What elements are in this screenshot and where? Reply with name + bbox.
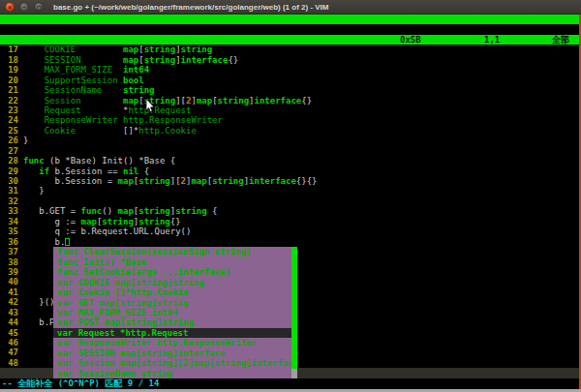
code-token xyxy=(23,45,45,54)
code-line[interactable]: 28func (b *Base) Init() *Base { xyxy=(0,156,579,166)
buffer-list: [1:base.go]*[2:page.go] xyxy=(0,24,579,34)
line-number: 29 xyxy=(0,166,18,176)
line-number: 46 xyxy=(0,338,18,347)
code-line[interactable]: 23 Request *http.Request xyxy=(0,106,579,115)
line-number: 33 xyxy=(0,206,18,216)
code-token xyxy=(81,96,123,106)
line-number: 34 xyxy=(0,217,18,226)
code-token: SupportSession xyxy=(45,75,118,85)
completion-item[interactable]: var COOKIE map[string]string xyxy=(53,278,297,287)
line-number: 43 xyxy=(0,308,18,317)
code-line[interactable]: 33 b.GET = func() map[string]string { xyxy=(0,206,579,216)
popup-scrollbar[interactable] xyxy=(291,247,297,378)
window-titlebar: ✕ – ▢ base.go + (~/work/web/golanger/fra… xyxy=(0,0,581,15)
code-token: http.ResponseWriter xyxy=(123,115,223,125)
line-number: 20 xyxy=(0,75,18,85)
code-token: map xyxy=(123,96,138,106)
code-line[interactable]: 19 MAX_FORM_SIZE int64 xyxy=(0,65,579,75)
code-token: {} xyxy=(170,217,181,226)
line-number: 17 xyxy=(0,45,18,54)
code-token: string xyxy=(175,206,207,216)
close-button[interactable]: ✕ xyxy=(5,2,15,12)
code-token xyxy=(23,115,45,125)
code-token: ][ xyxy=(170,176,181,186)
line-number: 24 xyxy=(0,115,18,125)
code-token: int64 xyxy=(123,65,149,75)
code-line[interactable]: 17 COOKIE map[string]string xyxy=(0,45,579,54)
code-token: string xyxy=(212,176,244,186)
line-number: 31 xyxy=(0,186,18,196)
code-token: Session xyxy=(45,96,81,106)
code-token: interface xyxy=(181,55,229,65)
line-number: 38 xyxy=(0,257,18,267)
completion-item[interactable]: var SessionName string xyxy=(53,369,297,378)
code-token: map xyxy=(118,176,134,186)
code-token xyxy=(23,126,45,136)
completion-item[interactable]: func ClearSession(sessionSign string) xyxy=(53,247,297,256)
code-token: map xyxy=(118,206,134,216)
completion-item[interactable]: func SetCookie(args ...interface) xyxy=(53,267,297,277)
code-token: map xyxy=(81,217,97,226)
code-line[interactable]: 36 b. xyxy=(0,237,579,247)
code-line[interactable]: 32 xyxy=(0,196,579,206)
code-line[interactable]: 24 ResponseWriter http.ResponseWriter xyxy=(0,115,579,125)
mbe-scroll-position: 全部 xyxy=(552,35,569,45)
completion-item[interactable]: var ResponseWriter http.ResponseWriter xyxy=(53,338,297,347)
code-line[interactable]: 21 SessionName string xyxy=(0,85,579,95)
code-token xyxy=(23,75,45,85)
line-number: 32 xyxy=(0,196,18,206)
completion-item[interactable]: var Cookie []*http.Cookie xyxy=(53,287,297,297)
completion-item[interactable]: var POST map[string]string xyxy=(53,317,297,327)
code-line[interactable]: 18 SESSION map[string]interface{} xyxy=(0,55,579,65)
code-token: MAX_FORM_SIZE xyxy=(45,65,112,75)
line-number: 19 xyxy=(0,65,18,75)
code-token: http.Cookie xyxy=(138,126,197,136)
code-token: http.Request xyxy=(128,106,191,115)
maximize-button[interactable]: ▢ xyxy=(34,2,44,12)
code-token: func xyxy=(23,156,45,166)
code-token: Request xyxy=(45,106,81,115)
vim-window: ✕ – ▢ base.go + (~/work/web/golanger/fra… xyxy=(0,0,581,392)
minimize-button[interactable]: – xyxy=(19,2,29,12)
line-number: 40 xyxy=(0,277,18,286)
code-token: if xyxy=(39,166,49,176)
popup-scrollbar-thumb[interactable] xyxy=(291,247,297,369)
completion-item[interactable]: var SESSION map[string]interface xyxy=(53,348,297,358)
mbe-hex-value: 0x5B xyxy=(400,35,421,45)
completion-item[interactable]: var Request *http.Request xyxy=(53,328,297,338)
line-number: 48 xyxy=(0,358,18,368)
code-line[interactable]: 30 b.Session = map[string][2]map[string]… xyxy=(0,176,579,186)
code-line[interactable]: 27 xyxy=(0,146,579,156)
code-token: interface xyxy=(255,96,302,106)
code-token: () xyxy=(102,206,117,216)
code-token: g := xyxy=(23,217,81,226)
code-token: {} xyxy=(228,55,238,65)
code-line[interactable]: 22 Session map[string][2]map[string]inte… xyxy=(0,96,579,106)
code-token: map xyxy=(197,96,212,106)
code-token: string xyxy=(144,55,176,65)
completion-item[interactable]: var Session map[string][2]map[string]int… xyxy=(53,358,297,368)
code-line[interactable]: 26} xyxy=(0,136,579,145)
code-token: string xyxy=(138,206,170,216)
completion-item[interactable]: var MAX_FORM_SIZE int64 xyxy=(53,308,297,317)
completion-popup: func ClearSession(sessionSign string)fun… xyxy=(53,247,297,378)
line-number: 42 xyxy=(0,297,18,307)
code-token xyxy=(23,55,45,65)
code-token: func xyxy=(81,206,103,216)
code-token: (b *Base) Init() *Base { xyxy=(45,156,175,166)
code-line[interactable]: 20 SupportSession bool xyxy=(0,75,579,85)
code-line[interactable]: 31 } xyxy=(0,186,579,196)
code-token: { xyxy=(138,166,149,176)
code-line[interactable]: 25 Cookie []*http.Cookie xyxy=(0,126,579,136)
line-number: 26 xyxy=(0,136,18,145)
completion-item[interactable]: var GET map[string]string xyxy=(53,298,297,308)
code-line[interactable]: 35 q := b.Request.URL.Query() xyxy=(0,226,579,236)
line-number: 22 xyxy=(0,96,18,106)
code-line[interactable]: 29 if b.Session == nil { xyxy=(0,166,579,176)
code-token: map xyxy=(123,45,138,54)
line-number: 41 xyxy=(0,287,18,297)
code-token: }() xyxy=(23,297,55,307)
code-line[interactable]: 34 g := map[string]string{} xyxy=(0,217,579,226)
completion-item[interactable]: func Init() *Base xyxy=(53,257,297,267)
code-token: COOKIE xyxy=(45,45,76,54)
